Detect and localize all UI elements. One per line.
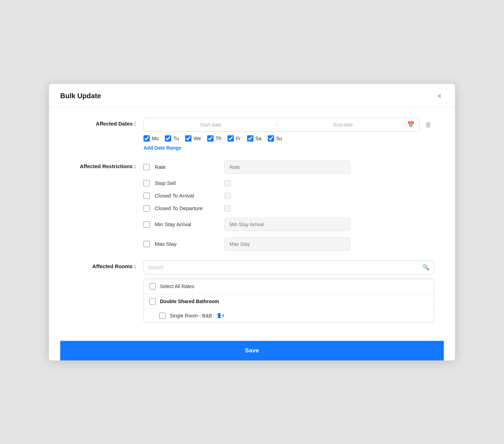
- double-shared-bathroom-item: Double Shared Bathroom: [144, 294, 434, 309]
- day-tu[interactable]: Tu: [165, 135, 179, 142]
- day-fr-label: Fr: [236, 136, 240, 141]
- day-we[interactable]: We: [185, 135, 201, 142]
- day-sa[interactable]: Sa: [247, 135, 261, 142]
- double-shared-bathroom-label: Double Shared Bathroom: [160, 299, 219, 304]
- closed-arrival-label: Closed To Arrival: [155, 193, 219, 199]
- restriction-closed-arrival: Closed To Arrival: [144, 193, 434, 199]
- rooms-search-box[interactable]: 🔍: [144, 260, 434, 274]
- restrictions-content: Rate Stop Sell Closed To Arrival: [144, 160, 434, 251]
- modal-footer: Save: [49, 341, 455, 360]
- calendar-icon: 📅: [407, 121, 414, 128]
- modal-body: Affected Dates : Start date ~ End date 📅…: [49, 107, 455, 341]
- select-all-rates-label: Select All Rates: [160, 284, 194, 289]
- end-date-placeholder: End date: [281, 122, 405, 128]
- rooms-search-input[interactable]: [148, 265, 422, 270]
- closed-departure-checkbox[interactable]: [144, 205, 150, 212]
- date-input-group[interactable]: Start date ~ End date 📅: [144, 118, 420, 132]
- affected-rooms-content: 🔍 Select All Rates Double Shared Bathroo…: [144, 260, 434, 323]
- closed-arrival-checkbox[interactable]: [144, 193, 150, 199]
- day-th[interactable]: Th: [207, 135, 221, 142]
- affected-rooms-label: Affected Rooms :: [70, 260, 144, 269]
- day-fr-checkbox[interactable]: [227, 135, 234, 142]
- affected-restrictions-row: Affected Restrictions : Rate Stop Sell: [70, 160, 434, 251]
- closed-departure-label: Closed To Departure: [155, 205, 219, 211]
- max-stay-label: Max Stay: [155, 241, 219, 247]
- affected-dates-content: Start date ~ End date 📅 🗑 Mo: [144, 118, 434, 151]
- person-icon: 👤4: [216, 313, 224, 318]
- affected-dates-label: Affected Dates :: [70, 118, 144, 127]
- day-we-label: We: [194, 136, 201, 141]
- day-mo-label: Mo: [152, 136, 159, 141]
- double-shared-bathroom-checkbox[interactable]: [149, 298, 156, 305]
- days-row: Mo Tu We Th: [144, 135, 434, 142]
- closed-departure-value-checkbox: [224, 205, 231, 212]
- select-all-rates-item: Select All Rates: [144, 279, 434, 294]
- date-range-row: Start date ~ End date 📅 🗑: [144, 118, 434, 132]
- rate-label: Rate: [155, 164, 219, 170]
- restriction-max-stay: Max Stay: [144, 237, 434, 251]
- day-sa-checkbox[interactable]: [247, 135, 253, 142]
- restriction-min-stay-arrival: Min Stay Arrival: [144, 218, 434, 231]
- stop-sell-checkbox[interactable]: [144, 180, 150, 186]
- trash-icon: 🗑: [425, 121, 432, 128]
- day-we-checkbox[interactable]: [185, 135, 191, 142]
- rooms-list: Select All Rates Double Shared Bathroom …: [144, 279, 434, 323]
- day-su[interactable]: Su: [268, 135, 282, 142]
- day-mo-checkbox[interactable]: [144, 135, 150, 142]
- day-th-label: Th: [216, 136, 221, 141]
- day-mo[interactable]: Mo: [144, 135, 159, 142]
- start-date-placeholder: Start date: [149, 122, 273, 128]
- day-th-checkbox[interactable]: [207, 135, 214, 142]
- max-stay-input[interactable]: [224, 237, 350, 251]
- day-tu-checkbox[interactable]: [165, 135, 171, 142]
- affected-dates-row: Affected Dates : Start date ~ End date 📅…: [70, 118, 434, 151]
- rate-checkbox[interactable]: [144, 164, 150, 170]
- affected-restrictions-label: Affected Restrictions :: [70, 160, 144, 169]
- delete-date-range-button[interactable]: 🗑: [423, 120, 434, 130]
- stop-sell-label: Stop Sell: [155, 180, 219, 186]
- min-stay-arrival-label: Min Stay Arrival: [155, 221, 219, 227]
- stop-sell-value-checkbox: [224, 180, 231, 186]
- affected-rooms-row: Affected Rooms : 🔍 Select All Rates Doub…: [70, 260, 434, 323]
- day-su-label: Su: [276, 136, 282, 141]
- date-tilde: ~: [275, 122, 279, 128]
- day-sa-label: Sa: [255, 136, 261, 141]
- max-stay-checkbox[interactable]: [144, 241, 150, 247]
- search-icon: 🔍: [422, 264, 429, 271]
- bulk-update-modal: Bulk Update × Affected Dates : Start dat…: [49, 84, 455, 360]
- save-button[interactable]: Save: [60, 341, 444, 360]
- single-room-bb-item: Single Room - B&B 👤4: [144, 309, 434, 322]
- day-tu-label: Tu: [173, 136, 179, 141]
- day-su-checkbox[interactable]: [268, 135, 274, 142]
- closed-arrival-value-checkbox: [224, 193, 231, 199]
- restriction-stop-sell: Stop Sell: [144, 180, 434, 186]
- min-stay-arrival-checkbox[interactable]: [144, 221, 150, 228]
- min-stay-arrival-input[interactable]: [224, 218, 350, 231]
- single-room-bb-label: Single Room - B&B: [170, 313, 212, 318]
- day-fr[interactable]: Fr: [227, 135, 240, 142]
- modal-header: Bulk Update ×: [49, 84, 455, 107]
- restriction-closed-departure: Closed To Departure: [144, 205, 434, 212]
- select-all-rates-checkbox[interactable]: [149, 283, 156, 289]
- modal-title: Bulk Update: [60, 92, 101, 100]
- rate-input[interactable]: [224, 160, 350, 174]
- add-date-range-button[interactable]: Add Date Range: [144, 145, 434, 151]
- close-button[interactable]: ×: [435, 92, 444, 101]
- single-room-bb-checkbox[interactable]: [159, 313, 166, 319]
- restriction-rate: Rate: [144, 160, 434, 174]
